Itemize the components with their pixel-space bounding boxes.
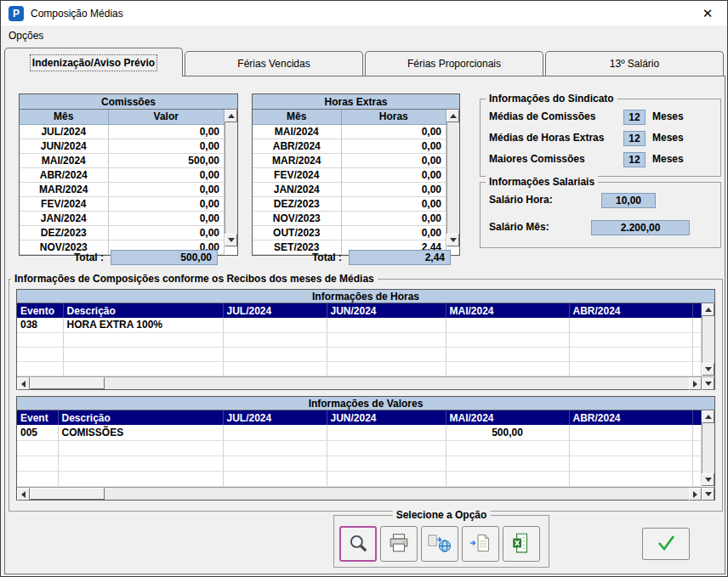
cell: 0,00 bbox=[108, 225, 225, 240]
table-row[interactable]: FEV/20240,00 bbox=[20, 196, 225, 211]
scroll-down-icon[interactable] bbox=[702, 377, 714, 390]
salario-hora-label: Salário Hora: bbox=[489, 194, 553, 206]
horas-grid-hscrollbar[interactable] bbox=[17, 376, 714, 389]
table-row[interactable]: DEZ/20230,00 bbox=[20, 225, 225, 240]
scroll-down-icon[interactable] bbox=[702, 363, 714, 376]
cell: FEV/2024 bbox=[253, 167, 341, 182]
scrollbar-track[interactable] bbox=[105, 488, 689, 500]
scroll-down-icon[interactable] bbox=[225, 234, 237, 246]
close-icon[interactable]: ✕ bbox=[696, 6, 719, 21]
print-button[interactable] bbox=[380, 526, 418, 562]
meses-label: Meses bbox=[652, 153, 684, 165]
sindicato-group-title: Informações do Sindicato bbox=[486, 93, 617, 105]
cell: 0,00 bbox=[341, 225, 446, 240]
table-row[interactable]: MAR/20240,00 bbox=[20, 182, 225, 196]
excel-icon bbox=[510, 532, 532, 557]
scrollbar-thumb[interactable] bbox=[30, 488, 105, 500]
horas-grid-vscrollbar[interactable] bbox=[702, 303, 714, 376]
table-row[interactable] bbox=[17, 441, 702, 456]
table-row[interactable] bbox=[17, 362, 702, 376]
meses-label: Meses bbox=[652, 132, 684, 144]
scroll-right-icon[interactable] bbox=[689, 488, 702, 501]
scroll-left-icon[interactable] bbox=[17, 377, 30, 390]
scroll-up-icon[interactable] bbox=[446, 110, 459, 122]
table-row[interactable]: MAI/2024500,00 bbox=[20, 153, 225, 167]
table-row[interactable] bbox=[17, 472, 702, 487]
medias-comissoes-label: Médias de Comissões bbox=[489, 110, 595, 122]
table-row[interactable]: 038HORA EXTRA 100% bbox=[17, 318, 702, 333]
scroll-up-icon[interactable] bbox=[225, 110, 237, 122]
cell: DEZ/2023 bbox=[20, 225, 108, 240]
table-row[interactable]: MAI/20240,00 bbox=[253, 124, 446, 139]
table-row[interactable]: NOV/20230,00 bbox=[253, 211, 446, 225]
scrollbar-thumb[interactable] bbox=[30, 377, 105, 389]
scroll-down-icon[interactable] bbox=[702, 488, 714, 501]
table-row[interactable]: DEZ/20230,00 bbox=[253, 196, 446, 211]
cell bbox=[223, 441, 327, 456]
column-header: Mês bbox=[253, 110, 341, 124]
tab-13-salario[interactable]: 13º Salário bbox=[545, 51, 724, 76]
scroll-up-icon[interactable] bbox=[702, 410, 714, 423]
tab-label: Férias Proporcionais bbox=[407, 58, 501, 70]
scroll-right-icon[interactable] bbox=[689, 377, 702, 390]
scroll-down-icon[interactable] bbox=[702, 473, 714, 486]
cell bbox=[692, 441, 702, 456]
cell: 0,00 bbox=[108, 167, 225, 182]
table-row[interactable]: JAN/20240,00 bbox=[20, 211, 225, 225]
informacoes-horas-caption: Informações de Horas bbox=[17, 290, 714, 303]
preview-button[interactable] bbox=[339, 526, 377, 562]
table-row[interactable]: JUN/20240,00 bbox=[20, 139, 225, 153]
tabstrip: Indenização/Aviso Prévio Férias Vencidas… bbox=[4, 48, 725, 76]
cell bbox=[446, 348, 569, 362]
cell bbox=[58, 441, 223, 456]
table-row[interactable]: OUT/20230,00 bbox=[253, 225, 446, 240]
table-row[interactable] bbox=[17, 348, 702, 362]
table-row[interactable]: FEV/20240,00 bbox=[253, 167, 446, 182]
comissoes-table[interactable]: MêsValor JUL/20240,00JUN/20240,00MAI/202… bbox=[20, 110, 225, 255]
table-row[interactable]: ABR/20240,00 bbox=[20, 167, 225, 182]
menu-item-opcoes[interactable]: Opções bbox=[9, 30, 43, 42]
column-header: MAI/2024 bbox=[446, 410, 569, 425]
cell bbox=[327, 348, 446, 362]
export-web-button[interactable] bbox=[421, 526, 458, 562]
table-row[interactable] bbox=[17, 333, 702, 348]
tab-indenizacao-aviso-previo[interactable]: Indenização/Aviso Prévio bbox=[4, 48, 183, 76]
tab-ferias-proporcionais[interactable]: Férias Proporcionais bbox=[365, 51, 543, 76]
valores-grid-hscrollbar[interactable] bbox=[17, 487, 714, 500]
table-row[interactable]: 005COMISSÕES500,00 bbox=[17, 425, 702, 441]
table-row[interactable]: ABR/20240,00 bbox=[253, 139, 446, 153]
table-row[interactable]: JAN/20240,00 bbox=[253, 182, 446, 196]
composicoes-groupbox: Informações de Composições conforme os R… bbox=[9, 279, 723, 512]
cell bbox=[223, 318, 327, 333]
scroll-left-icon[interactable] bbox=[17, 488, 30, 501]
valores-grid-vscrollbar[interactable] bbox=[702, 410, 714, 486]
column-header: Event bbox=[17, 410, 58, 425]
salariais-group-title: Informações Salariais bbox=[486, 176, 598, 188]
column-header: MAI/2024 bbox=[446, 303, 569, 318]
confirm-button[interactable] bbox=[642, 528, 690, 560]
column-header: Evento bbox=[17, 303, 63, 318]
table-row[interactable] bbox=[17, 456, 702, 472]
export-excel-button[interactable] bbox=[503, 526, 540, 562]
horas-grid-table[interactable]: EventoDescriçãoJUL/2024JUN/2024MAI/2024A… bbox=[17, 303, 702, 376]
cell bbox=[692, 318, 702, 333]
medias-horas-extras-label: Médias de Horas Extras bbox=[489, 132, 604, 144]
table-row[interactable]: MAR/20240,00 bbox=[253, 153, 446, 167]
export-file-button[interactable] bbox=[462, 526, 499, 562]
cell bbox=[569, 318, 692, 333]
valores-grid-table[interactable]: EventDescriçãoJUL/2024JUN/2024MAI/2024AB… bbox=[17, 410, 702, 487]
scroll-up-icon[interactable] bbox=[702, 303, 714, 316]
horas-extras-caption: Horas Extras bbox=[253, 94, 459, 110]
horas-extras-vscrollbar[interactable] bbox=[446, 110, 459, 246]
cell: JUN/2024 bbox=[20, 139, 108, 153]
table-row[interactable]: JUL/20240,00 bbox=[20, 124, 225, 139]
tab-ferias-vencidas[interactable]: Férias Vencidas bbox=[185, 51, 363, 76]
scroll-down-icon[interactable] bbox=[446, 234, 459, 246]
scrollbar-track[interactable] bbox=[105, 377, 689, 389]
cell bbox=[223, 456, 327, 472]
cell bbox=[446, 456, 569, 472]
comissoes-vscrollbar[interactable] bbox=[225, 110, 237, 246]
horas-extras-table[interactable]: MêsHoras MAI/20240,00ABR/20240,00MAR/202… bbox=[253, 110, 446, 255]
comissoes-panel: Comissões MêsValor JUL/20240,00JUN/20240… bbox=[19, 93, 238, 256]
informacoes-valores-grid: Informações de Valores EventDescriçãoJUL… bbox=[16, 396, 715, 501]
